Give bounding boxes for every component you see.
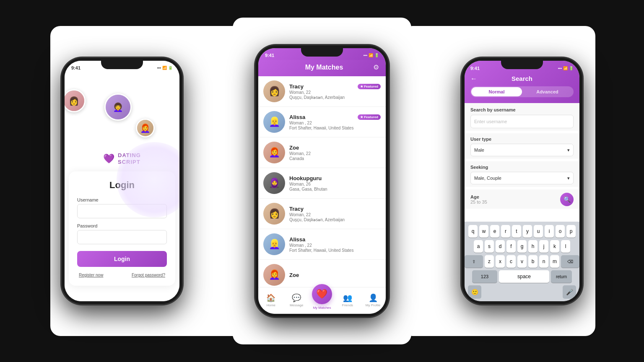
key-x[interactable]: x: [496, 255, 505, 268]
wifi-icon-2: 📶: [369, 53, 373, 57]
avatar-2: 👩‍🦱: [104, 93, 132, 121]
key-f[interactable]: f: [506, 240, 516, 253]
back-button[interactable]: ←: [470, 75, 477, 83]
key-s[interactable]: s: [485, 240, 494, 253]
match-name: Zoe: [289, 272, 299, 278]
key-t[interactable]: t: [512, 225, 521, 238]
register-link[interactable]: Register now: [79, 273, 103, 277]
key-h[interactable]: h: [528, 240, 538, 253]
key-e[interactable]: e: [490, 225, 499, 238]
match-item[interactable]: 👩 Tracy Woman, 22 Quşçu, Daşkəsən, Azerb…: [258, 199, 386, 229]
match-item[interactable]: 👩‍🦰 Zoe Woman, 22 Canada: [258, 137, 386, 168]
key-b[interactable]: b: [528, 255, 538, 268]
matches-list: 👩 Tracy ★ Featured Woman, 22 Quşçu, Daşk…: [258, 76, 386, 287]
key-q[interactable]: q: [468, 225, 478, 238]
key-z[interactable]: z: [485, 255, 494, 268]
key-123[interactable]: 123: [472, 270, 497, 283]
profile-icon: 👤: [369, 293, 378, 303]
key-l[interactable]: l: [561, 240, 570, 253]
match-name-row: Alissa ★ Featured: [289, 114, 381, 120]
seeking-title: Seeking: [470, 165, 574, 170]
battery-icon-2: 🔋: [374, 53, 379, 57]
key-shift[interactable]: ⇧: [465, 255, 483, 268]
match-name: Tracy: [289, 83, 304, 90]
key-d[interactable]: d: [496, 240, 505, 253]
usertype-dropdown[interactable]: Male ▾: [470, 144, 574, 156]
key-p[interactable]: p: [566, 225, 576, 238]
match-name: Alissa: [289, 114, 305, 120]
key-space[interactable]: space: [499, 270, 549, 283]
match-info: Tracy ★ Featured Woman, 22 Quşçu, Daşkəs…: [289, 83, 381, 100]
usertype-title: User type: [470, 137, 574, 142]
match-detail-2: Canada: [289, 156, 381, 161]
tab-normal[interactable]: Normal: [471, 87, 522, 96]
key-backspace[interactable]: ⌫: [561, 255, 579, 268]
forgot-link[interactable]: Forgot password?: [132, 273, 165, 277]
match-info: Hookupguru Woman, 26 Gasa, Gasa, Bhutan: [289, 175, 381, 191]
key-i[interactable]: i: [545, 225, 554, 238]
key-m[interactable]: m: [550, 255, 559, 268]
key-v[interactable]: v: [517, 255, 527, 268]
password-label: Password: [77, 223, 167, 228]
tab-advanced[interactable]: Advanced: [522, 87, 573, 96]
friends-icon: 👥: [343, 293, 352, 303]
key-g[interactable]: g: [517, 240, 527, 253]
key-a[interactable]: a: [474, 240, 483, 253]
key-r[interactable]: r: [501, 225, 510, 238]
nav-profile[interactable]: 👤 My Profile: [360, 293, 386, 307]
emoji-button[interactable]: 🙂: [468, 285, 481, 299]
match-detail-1: Woman, 22: [289, 151, 381, 156]
key-k[interactable]: k: [550, 240, 559, 253]
match-item[interactable]: 👱‍♀️ Alissa Woman , 22 Fort Shafter, Haw…: [258, 229, 386, 260]
match-avatar: 👩: [263, 80, 285, 102]
key-n[interactable]: n: [539, 255, 548, 268]
match-name: Alissa: [289, 236, 305, 243]
key-j[interactable]: j: [539, 240, 548, 253]
match-avatar: 🧕: [263, 172, 285, 194]
nav-message[interactable]: 💬 Message: [284, 293, 309, 307]
age-title: Age: [470, 194, 487, 199]
match-avatar: 👩: [263, 203, 285, 225]
signal-icon-2: ▪▪▪: [363, 53, 367, 57]
nav-home[interactable]: 🏠 Home: [258, 293, 284, 307]
phone-login: 9:41 ▪▪▪ 📶 🔋 👩 👩‍🦱: [61, 57, 183, 305]
key-return[interactable]: return: [551, 270, 572, 283]
nav-friends[interactable]: 👥 Friends: [335, 293, 360, 307]
match-item[interactable]: 👩‍🦰 Zoe: [258, 260, 386, 287]
key-o[interactable]: o: [556, 225, 565, 238]
matches-header: My Matches ⚙: [258, 60, 386, 76]
key-c[interactable]: c: [506, 255, 516, 268]
username-search-input[interactable]: Enter username: [470, 115, 574, 128]
signal-icon: ▪▪▪: [157, 66, 161, 70]
keyboard-row-4: 123 space return: [466, 270, 578, 283]
filter-icon[interactable]: ⚙: [373, 63, 379, 71]
match-item[interactable]: 🧕 Hookupguru Woman, 26 Gasa, Gasa, Bhuta…: [258, 168, 386, 199]
scene: 9:41 ▪▪▪ 📶 🔋 👩 👩‍🦱: [0, 0, 644, 362]
nav-matches[interactable]: ❤️ My Matches: [309, 291, 335, 310]
login-button[interactable]: Login: [77, 251, 167, 267]
key-u[interactable]: u: [534, 225, 543, 238]
match-item[interactable]: 👩 Tracy ★ Featured Woman, 22 Quşçu, Daşk…: [258, 76, 386, 107]
notch-1: [101, 61, 143, 69]
key-w[interactable]: w: [479, 225, 488, 238]
keyboard-row-2: a s d f g h j k l: [466, 240, 578, 253]
keyboard-row-1: q w e r t y u i o p: [466, 225, 578, 238]
search-icon: 🔍: [564, 196, 571, 203]
age-value: 25 to 35: [470, 199, 487, 204]
seeking-dropdown[interactable]: Male, Couple ▾: [470, 172, 574, 184]
match-info: Zoe Woman, 22 Canada: [289, 145, 381, 161]
match-item[interactable]: 👱‍♀️ Alissa ★ Featured Woman , 22 Fort S…: [258, 107, 386, 137]
phone-matches: 9:41 ▪▪▪ 📶 🔋 My Matches ⚙ 👩: [255, 45, 389, 317]
chevron-down-icon-2: ▾: [567, 176, 570, 181]
matches-fab[interactable]: ❤️: [312, 284, 332, 304]
key-y[interactable]: y: [523, 225, 532, 238]
search-submit-button[interactable]: 🔍: [560, 193, 574, 206]
password-input[interactable]: [77, 230, 167, 244]
match-name-row: Zoe: [289, 272, 381, 278]
match-name-row: Zoe: [289, 145, 381, 151]
login-links: Register now Forgot password?: [77, 273, 167, 277]
login-screen: 9:41 ▪▪▪ 📶 🔋 👩 👩‍🦱: [65, 61, 179, 301]
nav-matches-label: My Matches: [313, 306, 331, 310]
search-status-time: 9:41: [470, 66, 480, 71]
mic-button[interactable]: 🎤: [563, 285, 576, 299]
